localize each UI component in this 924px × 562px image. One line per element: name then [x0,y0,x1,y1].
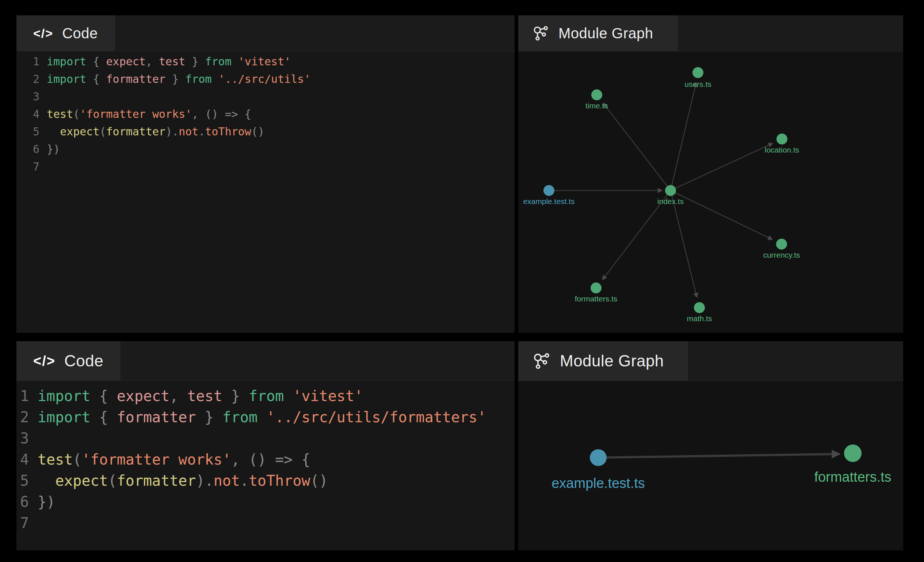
module-graph-canvas-bottom[interactable]: example.test.ts formatters.ts [518,381,903,550]
bottom-module-graph-panel: Module Graph example.test.ts formatters.… [518,341,903,550]
edge-index-location [670,143,772,190]
code-editor-bottom[interactable]: 1import { expect, test } from 'vitest'2i… [16,381,514,550]
module-graph-canvas-top[interactable]: users.ts time.ts location.ts example.tes… [518,51,903,333]
line-number: 2 [16,407,29,428]
bottom-code-tabbar: </> Code [16,341,514,381]
top-module-graph-panel: Module Graph [518,15,903,333]
code-editor-top[interactable]: 1import { expect, test } from 'vitest'2i… [16,51,514,333]
line-number: 7 [16,513,29,534]
node-label-location: location.ts [765,146,800,154]
node-label-example: example.test.ts [552,475,645,491]
node-label-example: example.test.ts [523,197,574,205]
code-line: 1import { expect, test } from 'vitest' [16,53,514,70]
node-formatters[interactable] [844,444,861,462]
code-line: 3 [16,88,514,105]
code-icon: </> [33,26,53,40]
node-label-users: users.ts [684,80,711,88]
code-line: 7 [16,513,514,534]
tab-code-label: Code [64,352,104,370]
node-label-index: index.ts [657,197,684,205]
tab-module-graph-bottom[interactable]: Module Graph [518,341,688,381]
node-label-time: time.ts [585,102,608,110]
code-line: 2import { formatter } from '../src/utils… [16,70,514,88]
line-number: 7 [16,158,39,176]
node-label-math: math.ts [687,314,712,323]
node-label-formatters: formatters.ts [575,294,618,303]
vitest-module-graph-comparison: { "colors": { "background": "#000000", "… [0,0,924,562]
module-graph-icon [532,25,549,42]
node-formatters[interactable] [591,282,602,293]
code-line: 7 [16,158,514,176]
tab-code-top[interactable]: </> Code [16,15,115,51]
line-number: 5 [16,470,29,491]
top-code-panel: </> Code 1import { expect, test } from '… [16,15,514,333]
node-label-formatters: formatters.ts [814,469,891,485]
top-graph-tabbar: Module Graph [518,15,903,51]
line-number: 4 [16,105,39,123]
node-location[interactable] [777,133,788,145]
tab-module-graph-label: Module Graph [558,25,653,42]
edge-index-time [603,103,670,190]
top-code-tabbar: </> Code [16,15,514,51]
code-icon: </> [33,353,56,369]
edge-index-currency [670,190,772,239]
tab-module-graph-top[interactable]: Module Graph [518,15,678,51]
tab-code-label: Code [62,25,98,42]
code-line: 6}) [16,491,514,513]
node-label-currency: currency.ts [763,251,800,259]
code-line: 1import { expect, test } from 'vitest' [16,386,514,407]
code-line: 4test('formatter works', () => { [16,105,514,123]
tab-code-bottom[interactable]: </> Code [16,341,120,381]
bottom-code-panel: </> Code 1import { expect, test } from '… [16,341,514,550]
line-number: 1 [16,386,29,407]
line-number: 5 [16,123,39,140]
code-line: 6}) [16,140,514,158]
node-currency[interactable] [776,239,787,250]
line-number: 4 [16,449,29,470]
edge-index-math [670,190,697,297]
node-time[interactable] [591,90,602,100]
line-number: 6 [16,140,39,158]
code-line: 4test('formatter works', () => { [16,449,514,470]
code-line: 5 expect(formatter).not.toThrow() [16,470,514,491]
line-number: 1 [16,53,39,70]
line-number: 2 [16,70,39,88]
code-line: 5 expect(formatter).not.toThrow() [16,123,514,140]
bottom-graph-tabbar: Module Graph [518,341,903,381]
node-users[interactable] [693,67,704,78]
line-number: 6 [16,491,29,513]
node-math[interactable] [694,302,705,313]
node-example-test[interactable] [543,185,554,196]
code-line: 2import { formatter } from '../src/utils… [16,407,514,428]
code-line: 3 [16,428,514,449]
line-number: 3 [16,88,39,105]
node-index[interactable] [665,185,676,196]
edge-example-formatters [598,454,840,457]
tab-module-graph-label: Module Graph [560,352,664,370]
node-example-test[interactable] [590,449,607,466]
line-number: 3 [16,428,29,449]
module-graph-icon [532,352,550,370]
edge-index-users [670,83,696,190]
